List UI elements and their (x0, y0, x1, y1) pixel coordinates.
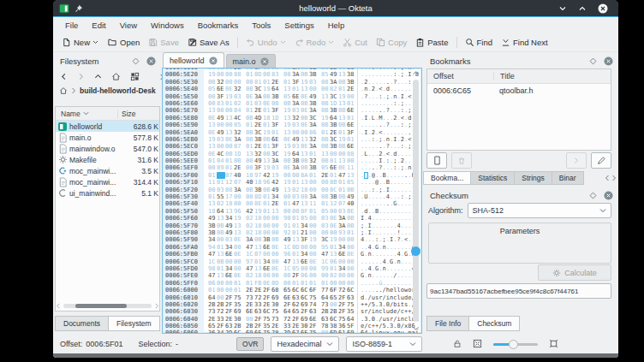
goto-bookmark-button[interactable] (566, 152, 587, 169)
hex-byte[interactable]: 0B (246, 136, 254, 143)
hex-byte[interactable]: 13 (234, 229, 242, 236)
hex-byte[interactable]: 00 (225, 107, 234, 114)
float-panel-icon[interactable] (589, 57, 597, 65)
hex-byte[interactable]: 64 (283, 308, 292, 315)
hex-byte[interactable]: 03 (225, 236, 234, 243)
hex-byte[interactable]: 6C (347, 287, 355, 294)
find-next-button[interactable]: Find Next (497, 36, 552, 49)
hex-byte[interactable]: 3B (309, 164, 318, 171)
hex-byte[interactable]: 1C (208, 258, 217, 265)
hex-row[interactable]: 0006:5FB047136E0E1C0700009601340047136E0… (164, 251, 410, 258)
hex-byte[interactable]: 13 (208, 143, 217, 150)
hex-byte[interactable]: 01 (347, 100, 355, 107)
home-breadcrumb-icon[interactable] (59, 86, 68, 95)
hex-byte[interactable]: 01 (263, 143, 271, 150)
hex-byte[interactable]: 72 (283, 316, 292, 323)
hex-row[interactable]: 0006:5EE00104010B0049133A0B3B0B320B01130… (164, 157, 410, 164)
hex-byte[interactable]: 00 (263, 71, 271, 78)
checksum-result-field[interactable]: 9ac1347bad55167acbefbee95ce9f4c8c67f4476… (426, 283, 611, 299)
hex-byte[interactable]: 8E (254, 200, 263, 207)
hex-byte[interactable]: 01 (309, 172, 318, 179)
hex-byte[interactable]: 13 (338, 100, 347, 107)
hex-byte[interactable]: 3A (292, 100, 301, 107)
hex-byte[interactable]: 2E (271, 323, 280, 329)
hex-byte[interactable]: 01 (292, 280, 301, 287)
hex-byte[interactable]: 01 (263, 122, 271, 128)
hex-byte[interactable]: 04 (217, 157, 225, 164)
hex-byte[interactable]: 01 (225, 100, 234, 107)
hex-byte[interactable]: 3B (347, 79, 355, 86)
hex-byte[interactable]: 0B (347, 215, 355, 222)
hex-byte[interactable]: 01 (217, 244, 225, 251)
hex-byte[interactable]: 64 (330, 115, 338, 122)
hex-byte[interactable]: 01 (283, 79, 292, 86)
hex-byte[interactable]: 05 (283, 93, 292, 100)
menu-windows[interactable]: Windows (144, 20, 191, 31)
hex-byte[interactable]: 00 (234, 79, 242, 86)
hex-byte[interactable]: 65 (283, 287, 292, 294)
hex-byte[interactable]: 01 (330, 265, 338, 272)
hex-byte[interactable]: 2B (208, 301, 217, 308)
hex-byte[interactable]: 32 (309, 157, 318, 164)
hex-byte[interactable]: 0B (208, 79, 217, 86)
hex-byte[interactable]: 0E (225, 136, 234, 143)
float-panel-icon[interactable] (132, 57, 140, 65)
hex-byte[interactable]: 01 (208, 193, 217, 200)
hex-byte[interactable]: 19 (309, 236, 318, 243)
hex-byte[interactable]: 96 (263, 179, 271, 186)
hex-byte[interactable]: 19 (208, 71, 217, 78)
hex-byte[interactable]: 18 (246, 172, 254, 179)
hex-byte[interactable]: 0E (301, 122, 309, 128)
hex-byte[interactable]: 02 (246, 272, 254, 279)
hex-byte[interactable]: 13 (208, 107, 217, 114)
hex-byte[interactable]: 01 (292, 86, 301, 92)
hex-byte[interactable]: 03 (234, 93, 242, 100)
hex-byte[interactable]: 2F (292, 316, 301, 323)
hex-byte[interactable]: 3C (254, 129, 263, 136)
hex-byte[interactable]: 01 (225, 157, 234, 164)
hex-byte[interactable]: 13 (217, 272, 225, 279)
hex-byte[interactable]: 86 (309, 129, 318, 136)
hex-byte[interactable]: 01 (271, 129, 280, 136)
close-panel-icon[interactable] (146, 56, 156, 66)
hex-byte[interactable]: 3B (330, 193, 338, 200)
hex-byte[interactable]: 12 (330, 200, 338, 207)
hex-byte[interactable]: 0B (271, 100, 280, 107)
hex-byte[interactable]: 98 (208, 265, 217, 272)
hex-byte[interactable]: 0B (338, 107, 347, 114)
hex-byte[interactable]: 00 (338, 258, 347, 265)
hex-byte[interactable]: 62 (292, 301, 301, 308)
hex-byte[interactable]: 0B (321, 193, 330, 200)
hex-byte[interactable]: 00 (283, 272, 292, 279)
hex-row[interactable]: 0006:5E600083010201030E0B0B3A0B3B0B1D130… (164, 100, 410, 107)
hex-byte[interactable]: 2F (254, 316, 263, 323)
hex-byte[interactable]: 00 (292, 208, 301, 215)
hex-byte[interactable]: 13 (283, 129, 292, 136)
hex-byte[interactable]: 38 (347, 71, 355, 78)
hex-row[interactable]: 0006:6000010000012E2E2F68656C6C6F776F726… (164, 287, 410, 294)
hex-byte[interactable]: 00 (330, 280, 338, 287)
hex-byte[interactable]: 13 (208, 200, 217, 207)
hex-byte[interactable]: 00 (225, 122, 234, 128)
hex-row[interactable]: 0006:5E2019000088010D0083083A0B3B8549133… (164, 71, 410, 78)
hex-byte[interactable]: 72 (338, 287, 347, 294)
hex-byte[interactable]: 13 (301, 86, 309, 92)
hex-row[interactable]: 0006:5E300B3200000081012E013F1903083A0B3… (164, 79, 410, 86)
hex-byte[interactable]: 3A (254, 93, 263, 100)
hex-byte[interactable]: 00 (217, 287, 225, 294)
hex-byte[interactable]: 0B (301, 164, 309, 171)
hex-byte[interactable]: 2F (338, 308, 347, 315)
hex-byte[interactable]: 00 (217, 122, 225, 128)
hex-byte[interactable]: 00 (347, 157, 355, 164)
back-icon[interactable] (60, 73, 68, 80)
close-panel-icon[interactable] (604, 56, 613, 66)
hex-byte[interactable]: 34 (225, 244, 234, 251)
hex-byte[interactable]: 0B (283, 100, 292, 107)
hex-byte[interactable]: 3A (292, 164, 301, 171)
hex-byte[interactable]: 64 (292, 151, 301, 157)
hex-byte[interactable]: 75 (347, 301, 355, 308)
hex-byte[interactable]: 18 (254, 179, 263, 186)
hex-byte[interactable]: 00 (283, 208, 292, 215)
hex-byte[interactable]: 2E (246, 287, 254, 294)
hex-byte[interactable]: 03 (271, 164, 280, 171)
